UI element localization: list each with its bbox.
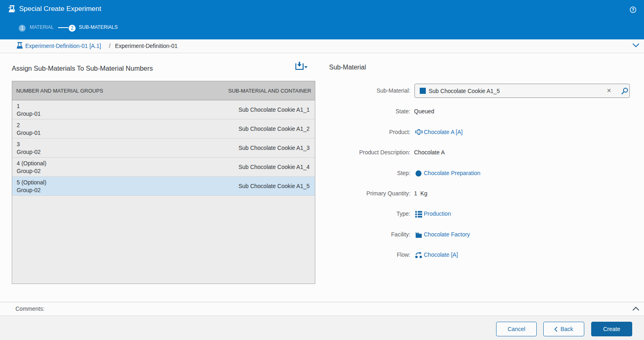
svg-text:?: ? [632,7,634,12]
